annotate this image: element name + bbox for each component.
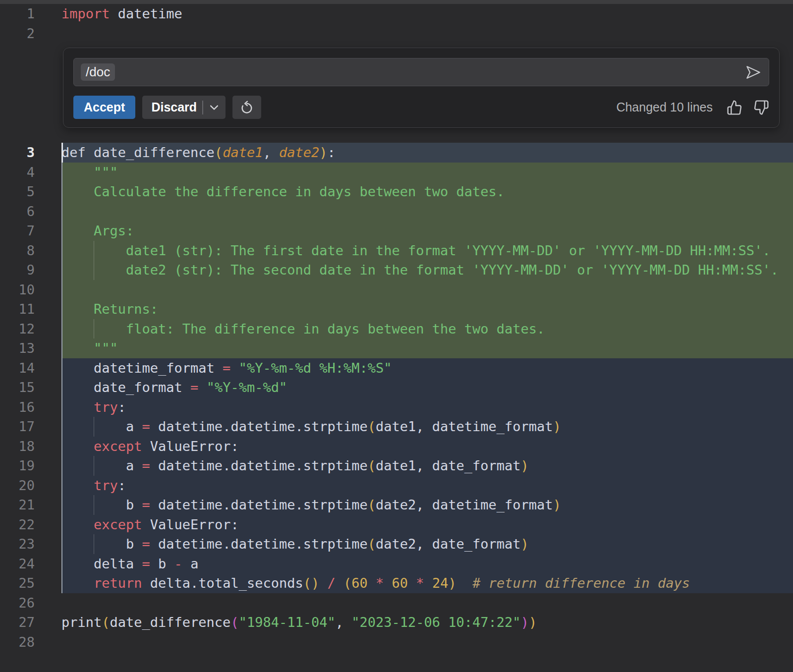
line-number: 1	[0, 4, 61, 24]
token-p1: )	[553, 419, 561, 434]
code-text[interactable]: datetime_format = "%Y-%m-%d %H:%M:%S"	[61, 358, 793, 378]
code-line-20[interactable]: 20 try:	[0, 476, 793, 496]
code-line-16[interactable]: 16 try:	[0, 397, 793, 417]
token-p1: (	[368, 458, 376, 473]
code-text[interactable]: date2 (str): The second date in the form…	[61, 260, 793, 280]
code-line-21[interactable]: 21 b = datetime.datetime.strptime(date2,…	[0, 495, 793, 515]
code-lines-before-widget: 1import datetime2	[0, 4, 793, 43]
code-line-22[interactable]: 22 except ValueError:	[0, 515, 793, 535]
code-text[interactable]: """	[61, 338, 793, 358]
code-text[interactable]: a = datetime.datetime.strptime(date1, da…	[61, 456, 793, 476]
token-id: ValueError:	[142, 439, 239, 454]
token-param: date1	[223, 145, 263, 160]
token-kw: -	[174, 556, 182, 571]
code-text[interactable]	[61, 24, 793, 44]
code-text[interactable]: import datetime	[61, 4, 793, 24]
send-icon[interactable]	[745, 64, 762, 81]
token-id: datetime	[110, 6, 182, 21]
code-line-28[interactable]: 28	[0, 632, 793, 652]
code-line-23[interactable]: 23 b = datetime.datetime.strptime(date2,…	[0, 534, 793, 554]
code-line-26[interactable]: 26	[0, 593, 793, 613]
thumbs-down-icon[interactable]	[753, 100, 769, 115]
code-line-25[interactable]: 25 return delta.total_seconds() / (60 * …	[0, 573, 793, 593]
thumbs-up-icon[interactable]	[727, 100, 742, 115]
token-id: date_difference	[110, 615, 231, 630]
accept-button[interactable]: Accept	[73, 96, 135, 119]
code-text[interactable]	[61, 202, 793, 222]
code-text[interactable]: Calculate the difference in days between…	[61, 182, 793, 202]
code-text[interactable]: a = datetime.datetime.strptime(date1, da…	[61, 417, 793, 437]
token-p1: )	[521, 536, 529, 552]
code-text[interactable]: try:	[61, 397, 793, 417]
code-line-4[interactable]: 4 """	[0, 163, 793, 182]
code-text[interactable]: return delta.total_seconds() / (60 * 60 …	[61, 573, 793, 593]
line-number: 15	[0, 378, 61, 397]
code-line-24[interactable]: 24 delta = b - a	[0, 554, 793, 574]
token-id: b	[61, 497, 142, 512]
code-line-17[interactable]: 17 a = datetime.datetime.strptime(date1,…	[0, 417, 793, 437]
code-text[interactable]	[61, 280, 793, 300]
token-id	[319, 575, 327, 591]
token-id: ValueError:	[142, 517, 239, 532]
code-text[interactable]: Returns:	[61, 299, 793, 319]
code-line-15[interactable]: 15 date_format = "%Y-%m-%d"	[0, 378, 793, 397]
code-line-7[interactable]: 7 Args:	[0, 221, 793, 241]
token-id: def date_difference	[61, 145, 215, 160]
chevron-down-icon[interactable]	[209, 104, 220, 112]
code-text[interactable]	[61, 632, 793, 652]
token-p1: )	[553, 497, 561, 512]
token-str: "%Y-%m-%d %H:%M:%S"	[239, 360, 392, 376]
code-text[interactable]: try:	[61, 476, 793, 496]
code-line-14[interactable]: 14 datetime_format = "%Y-%m-%d %H:%M:%S"	[0, 358, 793, 378]
code-line-10[interactable]: 10	[0, 280, 793, 300]
code-line-11[interactable]: 11 Returns:	[0, 299, 793, 319]
line-number: 17	[0, 417, 61, 437]
assist-actions-row: Accept Discard	[73, 96, 769, 119]
token-num: 60	[392, 575, 408, 591]
code-text[interactable]: print(date_difference("1984-11-04", "202…	[61, 613, 793, 632]
code-line-8[interactable]: 8 date1 (str): The first date in the for…	[0, 241, 793, 261]
token-p1: (	[368, 419, 376, 434]
code-line-1[interactable]: 1import datetime	[0, 4, 793, 24]
code-line-5[interactable]: 5 Calculate the difference in days betwe…	[0, 182, 793, 202]
code-text[interactable]: delta = b - a	[61, 554, 793, 574]
line-number: 11	[0, 299, 61, 319]
token-id: b	[61, 536, 142, 552]
code-line-2[interactable]: 2	[0, 24, 793, 44]
code-text[interactable]: date1 (str): The first date in the forma…	[61, 241, 793, 261]
token-doc: date2 (str): The second date in the form…	[61, 262, 779, 278]
line-number: 24	[0, 554, 61, 574]
code-text[interactable]: Args:	[61, 221, 793, 241]
code-text[interactable]: except ValueError:	[61, 437, 793, 456]
token-id: :	[118, 478, 126, 493]
code-line-27[interactable]: 27print(date_difference("1984-11-04", "2…	[0, 613, 793, 632]
code-text[interactable]: except ValueError:	[61, 515, 793, 535]
code-text[interactable]: float: The difference in days between th…	[61, 319, 793, 339]
code-text[interactable]: """	[61, 163, 793, 182]
prompt-input[interactable]: /doc	[73, 58, 769, 86]
token-kw: =	[142, 536, 150, 552]
code-line-12[interactable]: 12 float: The difference in days between…	[0, 319, 793, 339]
code-text[interactable]: def date_difference(date1, date2):	[61, 143, 793, 163]
regenerate-button[interactable]	[232, 96, 261, 119]
token-id: date1, date_format	[376, 458, 521, 473]
code-line-13[interactable]: 13 """	[0, 338, 793, 358]
token-id	[61, 439, 94, 454]
token-id: date_format	[61, 380, 190, 395]
token-p1: (	[368, 497, 376, 512]
slash-command-chip[interactable]: /doc	[81, 63, 115, 81]
code-text[interactable]: b = datetime.datetime.strptime(date2, da…	[61, 534, 793, 554]
token-id: a	[182, 556, 199, 571]
token-kw: except	[94, 439, 142, 454]
code-line-19[interactable]: 19 a = datetime.datetime.strptime(date1,…	[0, 456, 793, 476]
code-line-9[interactable]: 9 date2 (str): The second date in the fo…	[0, 260, 793, 280]
token-p2: (	[230, 615, 238, 630]
code-line-6[interactable]: 6	[0, 202, 793, 222]
code-line-18[interactable]: 18 except ValueError:	[0, 437, 793, 456]
token-doc: date1 (str): The first date in the forma…	[61, 243, 770, 258]
code-line-3[interactable]: 3def date_difference(date1, date2):	[0, 143, 793, 163]
code-text[interactable]: date_format = "%Y-%m-%d"	[61, 378, 793, 397]
code-text[interactable]	[61, 593, 793, 613]
discard-button[interactable]: Discard	[142, 96, 225, 119]
code-text[interactable]: b = datetime.datetime.strptime(date2, da…	[61, 495, 793, 515]
